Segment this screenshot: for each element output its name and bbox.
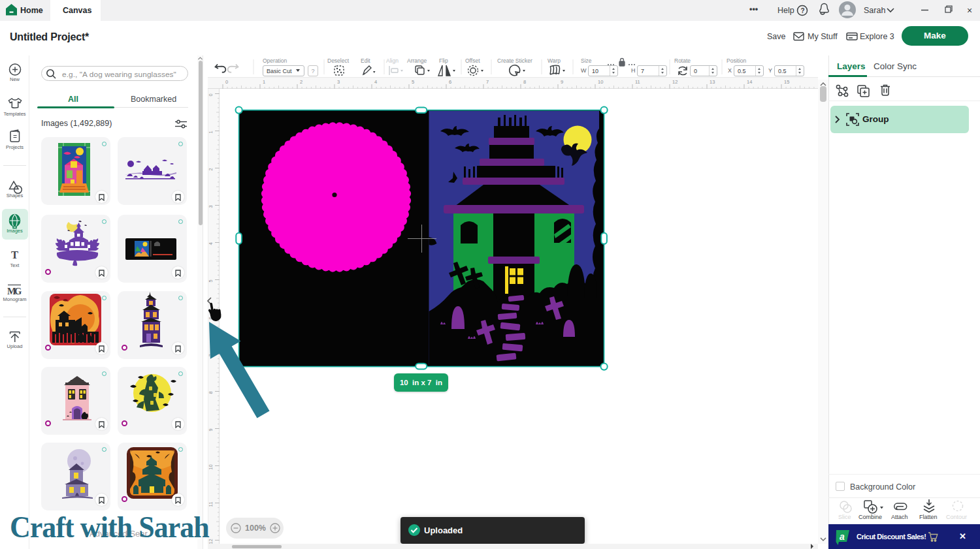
svg-text:9: 9 [208, 428, 214, 431]
svg-text:10: 10 [598, 79, 603, 85]
svg-text:G: G [14, 286, 22, 296]
svg-text:3: 3 [337, 79, 340, 85]
svg-text:2: 2 [300, 79, 302, 85]
svg-text:T: T [11, 249, 18, 261]
svg-text:?: ? [801, 7, 805, 14]
svg-text:6: 6 [449, 79, 451, 85]
svg-text:0: 0 [225, 79, 228, 85]
svg-text:8: 8 [523, 79, 526, 85]
svg-text:a: a [840, 531, 845, 542]
svg-text:7: 7 [486, 79, 489, 85]
svg-text:11: 11 [208, 502, 214, 507]
svg-text:13: 13 [710, 79, 715, 85]
svg-text:14: 14 [747, 79, 752, 85]
svg-text:12: 12 [672, 79, 678, 85]
svg-text:4: 4 [374, 79, 377, 85]
svg-text:4: 4 [208, 242, 214, 245]
svg-text:5: 5 [412, 79, 414, 85]
svg-text:3: 3 [208, 205, 214, 208]
svg-text:15: 15 [784, 79, 789, 85]
svg-text:1: 1 [263, 79, 265, 85]
svg-text:10: 10 [208, 464, 214, 469]
svg-text:1: 1 [208, 131, 214, 133]
svg-text:0: 0 [208, 93, 214, 96]
svg-text:5: 5 [208, 279, 214, 282]
svg-text:2: 2 [208, 168, 214, 170]
svg-text:11: 11 [635, 79, 640, 85]
svg-text:9: 9 [561, 79, 563, 85]
